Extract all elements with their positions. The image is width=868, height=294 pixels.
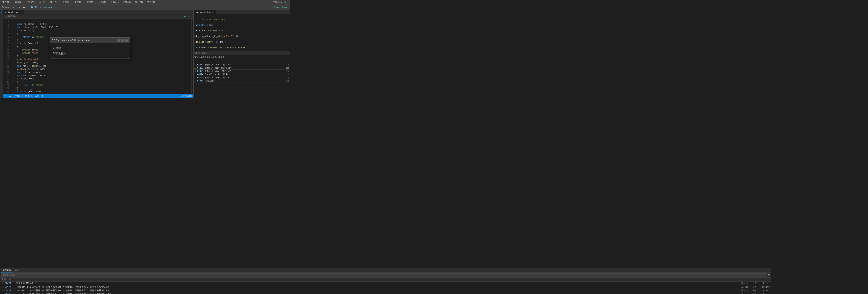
editor-scrollbar[interactable] [191, 19, 193, 98]
debug-stop-button[interactable]: ■ [22, 5, 26, 9]
breadcrumb: (全局范围) [4, 15, 16, 18]
menu-git[interactable]: Git(G) [37, 0, 48, 4]
config-dropdown[interactable]: Release [1, 5, 15, 9]
output-label: 外列1 选定1 [194, 51, 290, 55]
dialog: F:\The couers of He predecess... ─ □ ✕ 已… [50, 37, 130, 59]
menu-analyze[interactable]: 分析(N) [97, 0, 108, 4]
warn-icon-1: ⚠ [194, 64, 195, 66]
right-tab-close[interactable]: ✕ [212, 11, 213, 13]
menu-file[interactable]: 文件(F) [1, 0, 12, 4]
menu-project[interactable]: 项目(P) [49, 0, 60, 4]
error-file-6: .cpp [284, 80, 289, 82]
warn-icon-6: ⚠ [194, 80, 195, 82]
tab-filename: client.exe [5, 11, 19, 13]
menu-view[interactable]: 视图(V) [25, 0, 37, 4]
menu-help[interactable]: 帮助(H) [145, 0, 157, 4]
menu-bar: 文件(F) 编辑(E) 视图(V) Git(G) 项目(P) 生成(B) 调试(… [0, 0, 290, 4]
error-msg-6: 未知关键字 [205, 79, 283, 82]
line-numbers: 12345 678910 1112131415 1617181920 21222… [3, 19, 10, 98]
menu-edit[interactable]: 编辑(E) [13, 0, 25, 4]
error-file-1: .cpp [284, 64, 289, 66]
error-file-4: .cpp [284, 73, 289, 75]
status-eol: U [41, 95, 43, 97]
menu-extensions[interactable]: 扩展(X) [121, 0, 133, 4]
warn-icon-4: ⚠ [194, 73, 195, 75]
right-error-row-5: ⚠ C4267 参数: 从'size_t'到'int' .cpp [194, 76, 290, 79]
dialog-title: F:\The couers of He predecess... [52, 39, 94, 42]
error-file-2: .cpp [284, 67, 289, 69]
right-error-row-4: ⚠ C4374 'send': 从'int'到'int' .cpp [194, 73, 290, 76]
menu-test[interactable]: 测试(S) [85, 0, 96, 4]
menu-debug[interactable]: 调试(D) [73, 0, 84, 4]
right-error-list: ⚠ C4267 参数: 从'size_t'到'int' .cpp ⚠ C4267… [194, 63, 290, 98]
status-spaces: 第 6 格 [25, 95, 33, 98]
dialog-controls: ─ □ ✕ [117, 39, 128, 42]
error-msg-5: 参数: 从'size_t'到'int' [205, 76, 283, 79]
error-code-4: C4374 [197, 73, 203, 75]
search-bar[interactable]: 搜索(Ctrl+Q) [271, 0, 289, 4]
menu-window[interactable]: 窗口(W) [133, 0, 145, 4]
error-code-1: C4267 [197, 64, 203, 66]
main-layout: client.exe ✕ (全局范围) main() 12345 678910 … [0, 10, 290, 98]
warn-icon-5: ⚠ [194, 76, 195, 79]
status-bar: 行: 324 字符: 3 第 6 格 合并 U ⚠ 未找到问题 [3, 94, 193, 98]
dialog-prompt: 请输入指令： [53, 52, 127, 55]
menu-build[interactable]: 生成(B) [61, 0, 72, 4]
dialog-minimize-button[interactable]: ─ [117, 39, 120, 42]
editor-area: client.exe ✕ (全局范围) main() 12345 678910 … [3, 10, 193, 98]
right-output-area: 外列1 选定1 调试对象正在由其他情况时不可用。 [194, 51, 290, 63]
error-code-3: C4374 [197, 70, 203, 72]
dialog-body: 已链接 请输入指令： [50, 43, 130, 59]
right-error-row-1: ⚠ C4267 参数: 从'size_t'到'int' .cpp [194, 63, 290, 66]
status-issues[interactable]: ⚠ 未找到问题 [179, 95, 192, 98]
tab-bar: client.exe ✕ [3, 10, 193, 14]
tab-close-button[interactable]: ✕ [20, 11, 21, 13]
error-code-5: C4267 [197, 76, 203, 79]
warn-icon-2: ⚠ [194, 67, 195, 69]
editor-header: (全局范围) main() [3, 14, 193, 19]
error-code-2: C4267 [197, 67, 203, 69]
error-msg-3: 参数: 从'size_t'到'int' [205, 70, 283, 73]
error-file-3: .cpp [284, 70, 289, 72]
warn-icon-3: ⚠ [194, 70, 195, 72]
dialog-status: 已链接 [53, 46, 127, 50]
dialog-maximize-button[interactable]: □ [121, 39, 124, 42]
error-code-6: C4481 [197, 80, 203, 82]
dialog-titlebar: F:\The couers of He predecess... ─ □ ✕ [50, 38, 130, 43]
sidebar-indicator [1, 12, 2, 13]
error-msg-1: 参数: 从'size_t'到'int' [205, 63, 283, 66]
tab-server-side[interactable]: server-side ✕ [194, 10, 216, 14]
right-error-row-6: ⚠ C4481 未知关键字 .cpp [194, 79, 290, 82]
tab-client-exe[interactable]: client.exe ✕ [3, 10, 24, 14]
error-msg-2: 参数: 从'size_t'到'int' [205, 67, 283, 69]
left-sidebar [0, 10, 3, 98]
right-panel-tabs: server-side ✕ [194, 10, 290, 14]
status-row[interactable]: 行: 324 [4, 95, 12, 98]
menu-tools[interactable]: 工具(T) [109, 0, 121, 4]
toolbar-sep-2 [27, 5, 27, 9]
right-tab-label: server-side [196, 11, 211, 14]
current-process: [37784] client.exe [28, 6, 54, 8]
status-col: 字符: 3 [15, 95, 23, 98]
right-error-row-3: ⚠ C4374 参数: 从'size_t'到'int' .cpp [194, 70, 290, 73]
right-error-row-2: ⚠ C4267 参数: 从'size_t'到'int' .cpp [194, 66, 290, 70]
live-share-btn[interactable]: ⚡ Live Share [270, 6, 289, 8]
toolbar: Release ▶ ■ [37784] client.exe ⚡ Live Sh… [0, 4, 290, 10]
dialog-close-button[interactable]: ✕ [125, 39, 128, 42]
status-encoding[interactable]: 合并 [35, 95, 39, 98]
debug-play-button[interactable]: ▶ [18, 5, 21, 9]
right-panel: server-side ✕ // server-side code sockad… [193, 10, 290, 98]
error-file-5: .cpp [284, 76, 289, 79]
right-code-area[interactable]: // server-side code sockaddr_in add; add… [194, 14, 290, 51]
function-indicator: main() [184, 15, 192, 18]
output-text: 调试对象正在由其他情况时不可用。 [194, 55, 290, 63]
error-msg-4: 'send': 从'int'到'int' [205, 73, 283, 76]
